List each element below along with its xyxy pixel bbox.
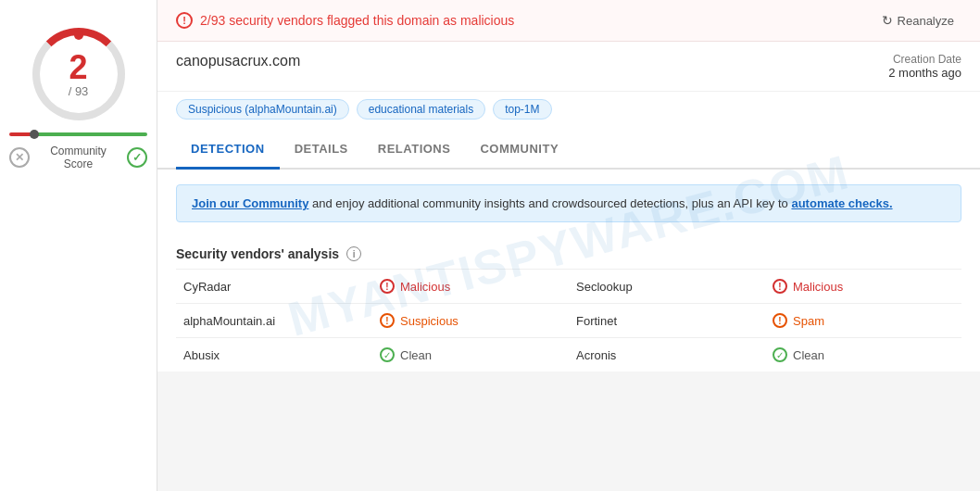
score-circle: 2 / 93 (32, 28, 125, 120)
vendor-status-acronis: ✓ Clean (765, 338, 961, 372)
suspicious-status-icon: ! (380, 313, 395, 328)
creation-date-value: 2 months ago (888, 66, 961, 80)
clean-status-icon-abusix: ✓ (380, 347, 395, 362)
table-row: CyRadar ! Malicious Seclookup ! (176, 270, 961, 304)
table-row: Abusix ✓ Clean Acronis ✓ (176, 338, 961, 372)
vendors-section: Security vendors' analysis i CyRadar ! M… (157, 237, 980, 371)
table-row: alphaMountain.ai ! Suspicious Fortinet (176, 304, 961, 338)
alert-left: ! 2/93 security vendors flagged this dom… (176, 12, 514, 29)
creation-date-label: Creation Date (888, 53, 961, 66)
seclookup-status-label: Malicious (793, 280, 843, 294)
vendors-header-label: Security vendors' analysis (176, 246, 339, 261)
vendor-name-alphamountain: alphaMountain.ai (176, 304, 372, 338)
alert-text: 2/93 security vendors flagged this domai… (200, 13, 514, 28)
tag-suspicious[interactable]: Suspicious (alphaMountain.ai) (176, 99, 349, 120)
malicious-status-icon: ! (380, 279, 395, 294)
score-number: 2 (69, 51, 87, 84)
tab-details[interactable]: DETAILS (280, 131, 363, 170)
tab-detection[interactable]: DETECTION (176, 131, 280, 170)
reanalyze-button[interactable]: ↻ Reanalyze (874, 9, 961, 31)
vendor-name-abusix: Abusix (176, 338, 372, 372)
abusix-status-label: Clean (400, 348, 432, 362)
community-score-section: ✕ CommunityScore ✓ (9, 132, 147, 170)
acronis-status-label: Clean (793, 348, 824, 362)
alert-banner: ! 2/93 security vendors flagged this dom… (157, 0, 980, 42)
vendors-header: Security vendors' analysis i (176, 237, 961, 269)
vendor-name-cyradar: CyRadar (176, 270, 372, 304)
info-icon[interactable]: i (346, 246, 361, 261)
alphamountain-status-label: Suspicious (400, 314, 459, 328)
tab-community[interactable]: COMMUNITY (465, 131, 573, 170)
red-dot (74, 31, 83, 40)
vendor-status-cyradar: ! Malicious (372, 270, 569, 304)
tag-top1m[interactable]: top-1M (493, 99, 551, 120)
score-denominator: / 93 (69, 84, 89, 98)
vendor-status-alphamountain: ! Suspicious (372, 304, 569, 338)
vendors-table-body: CyRadar ! Malicious Seclookup ! (176, 270, 961, 372)
clean-icon: ✓ (127, 147, 147, 168)
alert-icon: ! (176, 12, 193, 29)
malicious-status-icon-2: ! (773, 279, 787, 294)
tags-row: Suspicious (alphaMountain.ai) educationa… (157, 92, 980, 131)
join-community-link[interactable]: Join our Community (192, 196, 308, 210)
tab-relations[interactable]: RELATIONS (363, 131, 466, 170)
score-bar-thumb (30, 130, 39, 139)
sidebar: 2 / 93 ✕ CommunityScore ✓ (0, 0, 157, 491)
domain-name: canopusacrux.com (176, 53, 300, 69)
domain-row: canopusacrux.com Creation Date 2 months … (157, 42, 980, 92)
vendor-status-abusix: ✓ Clean (372, 338, 569, 372)
fortinet-status-label: Spam (793, 314, 824, 328)
main-content: ! 2/93 security vendors flagged this dom… (157, 0, 980, 491)
vendor-name-fortinet: Fortinet (569, 304, 765, 338)
vendor-status-seclookup: ! Malicious (765, 270, 961, 304)
reanalyze-icon: ↻ (882, 13, 893, 28)
community-score-label: CommunityScore (50, 145, 107, 170)
vendor-name-acronis: Acronis (569, 338, 765, 372)
reanalyze-label: Reanalyze (898, 14, 954, 28)
vendor-status-fortinet: ! Spam (765, 304, 961, 338)
automate-checks-link[interactable]: automate checks. (791, 196, 892, 210)
cyradar-status-label: Malicious (400, 280, 450, 294)
community-banner: Join our Community and enjoy additional … (176, 184, 961, 222)
community-labels: ✕ CommunityScore ✓ (9, 145, 147, 170)
vendor-name-seclookup: Seclookup (569, 270, 765, 304)
score-bar (9, 132, 147, 136)
main-panel: ! 2/93 security vendors flagged this dom… (157, 0, 980, 371)
creation-date-block: Creation Date 2 months ago (888, 53, 961, 80)
community-banner-text: and enjoy additional community insights … (312, 196, 791, 210)
tabs: DETECTION DETAILS RELATIONS COMMUNITY (157, 131, 980, 170)
clean-status-icon-acronis: ✓ (773, 347, 787, 362)
spam-status-icon: ! (773, 313, 787, 328)
tag-educational[interactable]: educational materials (357, 99, 485, 120)
vendors-table: CyRadar ! Malicious Seclookup ! (176, 269, 961, 371)
score-bar-container (9, 132, 147, 137)
malicious-icon: ✕ (9, 147, 30, 168)
